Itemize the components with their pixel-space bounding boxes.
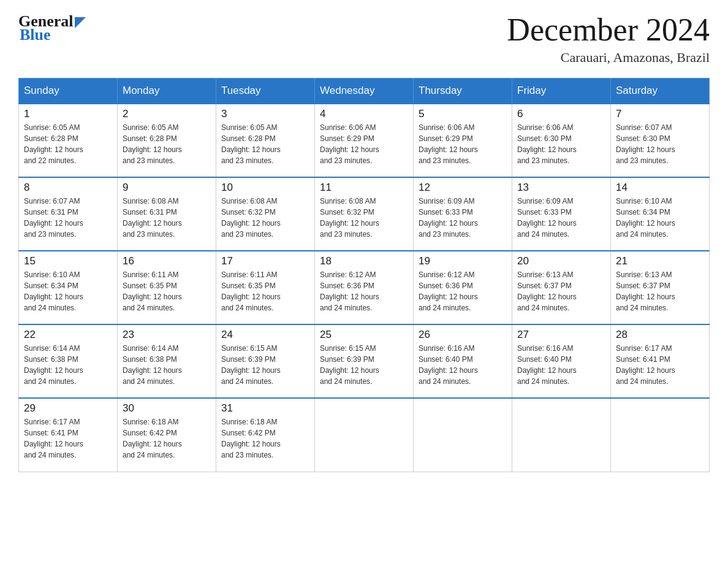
calendar-table: Sunday Monday Tuesday Wednesday Thursday… — [18, 78, 710, 472]
day-number: 13 — [517, 182, 605, 194]
day-number: 22 — [24, 329, 112, 341]
day-number: 28 — [616, 329, 704, 341]
day-info: Sunrise: 6:05 AMSunset: 6:28 PMDaylight:… — [24, 122, 112, 166]
table-row: 3 Sunrise: 6:05 AMSunset: 6:28 PMDayligh… — [216, 104, 315, 177]
table-row — [611, 398, 710, 472]
day-number: 8 — [24, 182, 112, 194]
table-row: 20 Sunrise: 6:13 AMSunset: 6:37 PMDaylig… — [512, 251, 611, 324]
day-number: 18 — [320, 255, 408, 267]
day-info: Sunrise: 6:08 AMSunset: 6:32 PMDaylight:… — [320, 196, 408, 240]
day-info: Sunrise: 6:10 AMSunset: 6:34 PMDaylight:… — [616, 196, 704, 240]
day-info: Sunrise: 6:08 AMSunset: 6:32 PMDaylight:… — [221, 196, 309, 240]
day-info: Sunrise: 6:07 AMSunset: 6:30 PMDaylight:… — [616, 122, 704, 166]
day-info: Sunrise: 6:16 AMSunset: 6:40 PMDaylight:… — [517, 343, 605, 387]
day-info: Sunrise: 6:18 AMSunset: 6:42 PMDaylight:… — [123, 416, 211, 461]
day-number: 9 — [123, 182, 211, 194]
day-number: 17 — [221, 255, 309, 267]
table-row: 14 Sunrise: 6:10 AMSunset: 6:34 PMDaylig… — [611, 177, 710, 251]
day-info: Sunrise: 6:09 AMSunset: 6:33 PMDaylight:… — [517, 196, 605, 240]
day-info: Sunrise: 6:12 AMSunset: 6:36 PMDaylight:… — [419, 269, 507, 313]
day-number: 23 — [123, 329, 211, 341]
day-number: 16 — [123, 255, 211, 267]
table-row — [512, 398, 611, 472]
day-info: Sunrise: 6:05 AMSunset: 6:28 PMDaylight:… — [221, 122, 309, 166]
day-info: Sunrise: 6:15 AMSunset: 6:39 PMDaylight:… — [320, 343, 408, 387]
day-number: 30 — [123, 402, 211, 415]
logo-blue-text: Blue — [20, 26, 51, 44]
day-number: 5 — [419, 108, 507, 120]
table-row: 26 Sunrise: 6:16 AMSunset: 6:40 PMDaylig… — [414, 324, 512, 398]
header-tuesday: Tuesday — [216, 79, 315, 104]
day-info: Sunrise: 6:11 AMSunset: 6:35 PMDaylight:… — [221, 269, 309, 313]
table-row: 10 Sunrise: 6:08 AMSunset: 6:32 PMDaylig… — [216, 177, 315, 251]
table-row: 22 Sunrise: 6:14 AMSunset: 6:38 PMDaylig… — [19, 324, 118, 398]
calendar-week-row: 29 Sunrise: 6:17 AMSunset: 6:41 PMDaylig… — [19, 398, 710, 472]
table-row: 9 Sunrise: 6:08 AMSunset: 6:31 PMDayligh… — [118, 177, 216, 251]
table-row: 23 Sunrise: 6:14 AMSunset: 6:38 PMDaylig… — [118, 324, 216, 398]
table-row: 17 Sunrise: 6:11 AMSunset: 6:35 PMDaylig… — [216, 251, 315, 324]
table-row: 6 Sunrise: 6:06 AMSunset: 6:30 PMDayligh… — [512, 104, 611, 177]
day-info: Sunrise: 6:06 AMSunset: 6:30 PMDaylight:… — [517, 122, 605, 166]
table-row: 25 Sunrise: 6:15 AMSunset: 6:39 PMDaylig… — [315, 324, 414, 398]
table-row: 21 Sunrise: 6:13 AMSunset: 6:37 PMDaylig… — [611, 251, 710, 324]
day-info: Sunrise: 6:13 AMSunset: 6:37 PMDaylight:… — [517, 269, 605, 313]
logo: General Blue — [18, 12, 86, 44]
day-number: 10 — [221, 182, 309, 194]
day-number: 2 — [123, 108, 211, 120]
day-number: 3 — [221, 108, 309, 120]
table-row: 1 Sunrise: 6:05 AMSunset: 6:28 PMDayligh… — [19, 104, 118, 177]
day-info: Sunrise: 6:14 AMSunset: 6:38 PMDaylight:… — [123, 343, 211, 387]
calendar-week-row: 1 Sunrise: 6:05 AMSunset: 6:28 PMDayligh… — [19, 104, 710, 177]
day-number: 20 — [517, 255, 605, 267]
calendar-week-row: 15 Sunrise: 6:10 AMSunset: 6:34 PMDaylig… — [19, 251, 710, 324]
logo-triangle-icon — [75, 17, 86, 28]
table-row: 30 Sunrise: 6:18 AMSunset: 6:42 PMDaylig… — [118, 398, 216, 472]
table-row: 19 Sunrise: 6:12 AMSunset: 6:36 PMDaylig… — [414, 251, 512, 324]
day-number: 7 — [616, 108, 704, 120]
day-number: 24 — [221, 329, 309, 341]
day-info: Sunrise: 6:14 AMSunset: 6:38 PMDaylight:… — [24, 343, 112, 387]
day-info: Sunrise: 6:11 AMSunset: 6:35 PMDaylight:… — [123, 269, 211, 313]
header-wednesday: Wednesday — [315, 79, 414, 104]
calendar-header-row: Sunday Monday Tuesday Wednesday Thursday… — [19, 79, 710, 104]
table-row — [414, 398, 512, 472]
table-row: 12 Sunrise: 6:09 AMSunset: 6:33 PMDaylig… — [414, 177, 512, 251]
day-number: 14 — [616, 182, 704, 194]
day-number: 31 — [221, 402, 309, 415]
month-title: December 2024 — [507, 12, 710, 47]
calendar-week-row: 22 Sunrise: 6:14 AMSunset: 6:38 PMDaylig… — [19, 324, 710, 398]
table-row: 7 Sunrise: 6:07 AMSunset: 6:30 PMDayligh… — [611, 104, 710, 177]
header-sunday: Sunday — [19, 79, 118, 104]
day-info: Sunrise: 6:08 AMSunset: 6:31 PMDaylight:… — [123, 196, 211, 240]
day-number: 27 — [517, 329, 605, 341]
table-row: 8 Sunrise: 6:07 AMSunset: 6:31 PMDayligh… — [19, 177, 118, 251]
day-info: Sunrise: 6:06 AMSunset: 6:29 PMDaylight:… — [320, 122, 408, 166]
day-number: 1 — [24, 108, 112, 120]
day-number: 6 — [517, 108, 605, 120]
header-thursday: Thursday — [414, 79, 512, 104]
day-number: 4 — [320, 108, 408, 120]
calendar-week-row: 8 Sunrise: 6:07 AMSunset: 6:31 PMDayligh… — [19, 177, 710, 251]
day-info: Sunrise: 6:06 AMSunset: 6:29 PMDaylight:… — [419, 122, 507, 166]
table-row: 16 Sunrise: 6:11 AMSunset: 6:35 PMDaylig… — [118, 251, 216, 324]
table-row: 29 Sunrise: 6:17 AMSunset: 6:41 PMDaylig… — [19, 398, 118, 472]
table-row: 4 Sunrise: 6:06 AMSunset: 6:29 PMDayligh… — [315, 104, 414, 177]
day-number: 25 — [320, 329, 408, 341]
location-subtitle: Carauari, Amazonas, Brazil — [507, 50, 710, 66]
svg-marker-0 — [75, 17, 86, 28]
table-row: 31 Sunrise: 6:18 AMSunset: 6:42 PMDaylig… — [216, 398, 315, 472]
day-info: Sunrise: 6:18 AMSunset: 6:42 PMDaylight:… — [221, 416, 309, 461]
day-info: Sunrise: 6:13 AMSunset: 6:37 PMDaylight:… — [616, 269, 704, 313]
day-info: Sunrise: 6:15 AMSunset: 6:39 PMDaylight:… — [221, 343, 309, 387]
table-row: 24 Sunrise: 6:15 AMSunset: 6:39 PMDaylig… — [216, 324, 315, 398]
table-row: 2 Sunrise: 6:05 AMSunset: 6:28 PMDayligh… — [118, 104, 216, 177]
header-saturday: Saturday — [611, 79, 710, 104]
title-section: December 2024 Carauari, Amazonas, Brazil — [507, 12, 710, 66]
header-monday: Monday — [118, 79, 216, 104]
table-row: 18 Sunrise: 6:12 AMSunset: 6:36 PMDaylig… — [315, 251, 414, 324]
day-number: 26 — [419, 329, 507, 341]
page-header: General Blue December 2024 Carauari, Ama… — [18, 12, 710, 66]
table-row — [315, 398, 414, 472]
day-number: 21 — [616, 255, 704, 267]
day-info: Sunrise: 6:10 AMSunset: 6:34 PMDaylight:… — [24, 269, 112, 313]
